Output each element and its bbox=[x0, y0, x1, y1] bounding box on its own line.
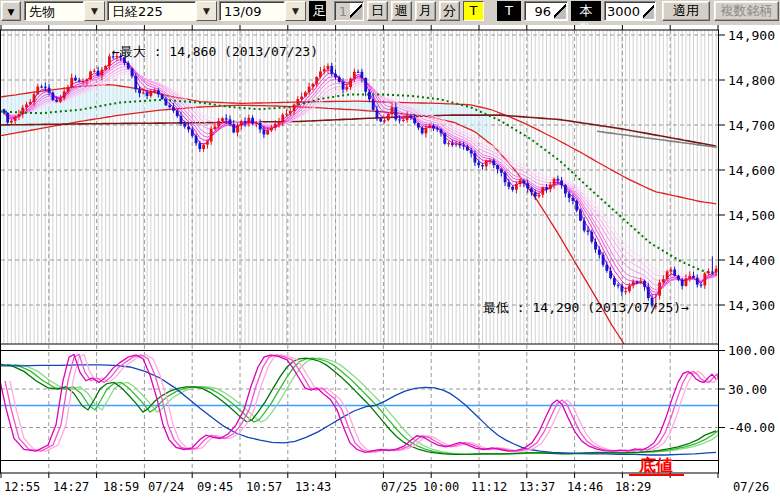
time-axis-label: 07/26 bbox=[733, 480, 769, 494]
category-combobox[interactable]: 先物 ▼ bbox=[24, 1, 105, 21]
contract-dropdown-icon[interactable]: ▼ bbox=[285, 1, 306, 21]
bar-type-label: 足 bbox=[309, 1, 326, 21]
time-axis-label: 07/24 bbox=[148, 480, 184, 494]
time-axis-label: 14:46 bbox=[567, 480, 603, 494]
tick-count-label: T bbox=[497, 1, 521, 21]
time-axis-label: 12:55 bbox=[4, 480, 40, 494]
contract-value: 13/09 bbox=[219, 1, 285, 21]
time-axis-label: 07/25 bbox=[381, 480, 417, 494]
symbol-combobox[interactable]: 日経225 ▼ bbox=[107, 1, 217, 21]
time-axis-label: 10:00 bbox=[423, 480, 459, 494]
price-axis-label: 14,700 bbox=[728, 118, 775, 133]
time-axis-label: 09:45 bbox=[197, 480, 233, 494]
multi-symbol-button[interactable]: 複数銘柄 bbox=[714, 1, 779, 21]
period-button-minute[interactable]: 分 bbox=[439, 1, 460, 21]
time-axis-label: 14:27 bbox=[53, 480, 89, 494]
category-value: 先物 bbox=[24, 1, 84, 21]
symbol-dropdown-icon[interactable]: ▼ bbox=[196, 1, 217, 21]
chart-area: ←最大 : 14,860 (2013/07/23)最低 : 14,290 (20… bbox=[0, 25, 780, 500]
time-axis-label: 11:12 bbox=[471, 480, 507, 494]
tick-count-spinner[interactable]: 96 bbox=[524, 1, 568, 21]
spinner-icon[interactable] bbox=[554, 3, 566, 19]
time-axis-label: 18:29 bbox=[615, 480, 651, 494]
tick-count-value: 96 bbox=[525, 2, 553, 20]
time-axis-label: 18:59 bbox=[103, 480, 139, 494]
time-axis-label: 13:37 bbox=[519, 480, 555, 494]
oscillator-axis-label: 100.00 bbox=[728, 343, 775, 358]
min-price-annotation: 最低 : 14,290 (2013/07/25)→ bbox=[483, 300, 689, 315]
spinner-icon[interactable] bbox=[350, 3, 362, 19]
toolbar: ▼ 先物 ▼ 日経225 ▼ 13/09 ▼ 足 1 日 週 月 分 T T 9… bbox=[0, 0, 780, 26]
bottom-price-annotation: 底値 bbox=[638, 455, 673, 475]
period-button-month[interactable]: 月 bbox=[415, 1, 436, 21]
mini-dropdown-button[interactable]: ▼ bbox=[1, 1, 21, 21]
bars-count-label: 本数 bbox=[571, 1, 601, 21]
price-axis-label: 14,600 bbox=[728, 163, 775, 178]
contract-combobox[interactable]: 13/09 ▼ bbox=[219, 1, 306, 21]
price-axis-label: 14,300 bbox=[728, 298, 775, 313]
symbol-value: 日経225 bbox=[107, 1, 196, 21]
period-button-week[interactable]: 週 bbox=[391, 1, 412, 21]
time-axis-label: 10:57 bbox=[246, 480, 282, 494]
category-dropdown-icon[interactable]: ▼ bbox=[84, 1, 105, 21]
price-axis-label: 14,500 bbox=[728, 208, 775, 223]
oscillator-axis-label: 30.00 bbox=[728, 382, 767, 397]
bar-interval-value: 1 bbox=[335, 2, 349, 20]
bar-interval-spinner[interactable]: 1 bbox=[334, 1, 364, 21]
period-button-day[interactable]: 日 bbox=[367, 1, 388, 21]
dropdown-arrow-icon: ▼ bbox=[8, 7, 15, 17]
bars-count-value: 3000 bbox=[605, 2, 642, 20]
period-button-tick[interactable]: T bbox=[463, 1, 484, 21]
price-axis-label: 14,400 bbox=[728, 253, 775, 268]
time-axis-label: 13:43 bbox=[295, 480, 331, 494]
price-axis-label: 14,900 bbox=[728, 28, 775, 43]
bars-count-spinner[interactable]: 3000 bbox=[604, 1, 656, 21]
price-axis-label: 14,800 bbox=[728, 73, 775, 88]
spinner-icon[interactable] bbox=[643, 3, 654, 19]
apply-button[interactable]: 適用 bbox=[662, 1, 710, 21]
max-price-annotation: ←最大 : 14,860 (2013/07/23) bbox=[112, 44, 318, 59]
oscillator-axis-label: -40.00 bbox=[728, 420, 775, 435]
chart-canvas[interactable]: ←最大 : 14,860 (2013/07/23)最低 : 14,290 (20… bbox=[0, 25, 780, 500]
